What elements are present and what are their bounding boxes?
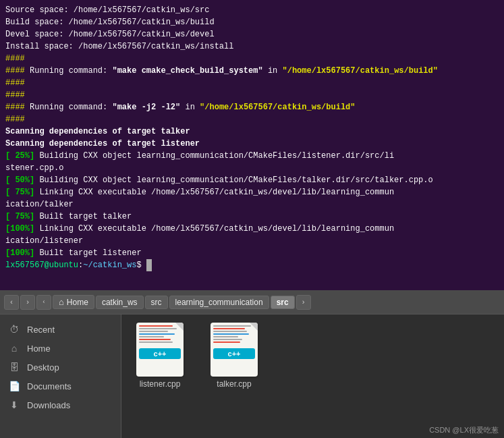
- terminal-line: #### Running command: "make cmake_check_…: [5, 65, 499, 77]
- terminal-line: [100%] Built target listener: [5, 247, 499, 259]
- file-listener-name: listener.cpp: [140, 379, 181, 389]
- terminal-line: Source space: /home/lx567567/catkin_ws/s…: [5, 4, 499, 16]
- breadcrumb-home-label: Home: [67, 298, 88, 307]
- terminal-line: Scanning dependencies of target listener: [5, 138, 499, 150]
- sidebar-item-recent[interactable]: ⏱ Recent: [0, 320, 121, 339]
- breadcrumb-catkin-ws-label: catkin_ws: [102, 298, 138, 307]
- terminal-line: [100%] Linking CXX executable /home/lx56…: [5, 223, 499, 247]
- file-listener[interactable]: c++ listener.cpp: [130, 323, 190, 389]
- terminal-line: ####: [5, 89, 499, 101]
- terminal: Source space: /home/lx567567/catkin_ws/s…: [0, 0, 504, 290]
- terminal-line: [ 75%] Linking CXX executable /home/lx56…: [5, 186, 499, 211]
- fm-toolbar: ‹ › ‹ ⌂ Home catkin_ws src learning_comm…: [0, 290, 504, 314]
- sidebar-item-documents[interactable]: 📄 Documents: [0, 377, 121, 395]
- sidebar-item-home[interactable]: ⌂ Home: [0, 339, 121, 358]
- breadcrumb-catkin-ws[interactable]: catkin_ws: [96, 296, 144, 309]
- breadcrumb-home[interactable]: ⌂ Home: [53, 295, 94, 309]
- sidebar-item-desktop[interactable]: 🗄 Desktop: [0, 358, 121, 377]
- terminal-line: [ 75%] Built target talker: [5, 211, 499, 223]
- breadcrumb-learning-comm-label: learning_communication: [175, 298, 263, 307]
- desktop-icon: 🗄: [8, 362, 20, 373]
- file-talker-icon: c++: [211, 323, 258, 377]
- breadcrumb-learning-comm[interactable]: learning_communication: [169, 296, 269, 309]
- sidebar-downloads-label: Downloads: [27, 400, 70, 410]
- terminal-line: Build space: /home/lx567567/catkin_ws/bu…: [5, 16, 499, 28]
- terminal-line: Scanning dependencies of target talker: [5, 126, 499, 138]
- fm-files-area: c++ listener.cpp: [121, 314, 504, 438]
- file-manager: ‹ › ‹ ⌂ Home catkin_ws src learning_comm…: [0, 290, 504, 438]
- up-button[interactable]: ‹: [36, 295, 51, 310]
- watermark: CSDN @LX很爱吃葱: [429, 425, 499, 435]
- fm-sidebar: ⏱ Recent ⌂ Home 🗄 Desktop 📄 Documents ⬇: [0, 314, 121, 438]
- sidebar-desktop-label: Desktop: [27, 362, 59, 373]
- back-button[interactable]: ‹: [4, 295, 19, 310]
- terminal-line: [ 50%] Building CXX object learning_comm…: [5, 174, 499, 186]
- breadcrumb-src[interactable]: src: [145, 296, 168, 309]
- breadcrumb-src-active[interactable]: src: [271, 296, 295, 309]
- file-talker[interactable]: c++ talker.cpp: [204, 323, 264, 389]
- more-button[interactable]: ›: [296, 295, 311, 310]
- home-sidebar-icon: ⌂: [8, 343, 20, 354]
- file-listener-icon: c++: [136, 323, 184, 377]
- terminal-line: [ 25%] Building CXX object learning_comm…: [5, 150, 499, 174]
- terminal-line: ####: [5, 77, 499, 89]
- file-listener-badge: c++: [139, 348, 181, 359]
- sidebar-item-downloads[interactable]: ⬇ Downloads: [0, 395, 121, 414]
- home-icon: ⌂: [59, 297, 64, 307]
- terminal-prompt: lx567567@ubuntu:~/catkin_ws$: [5, 259, 499, 271]
- terminal-line: Devel space: /home/lx567567/catkin_ws/de…: [5, 28, 499, 40]
- downloads-icon: ⬇: [8, 400, 20, 410]
- terminal-line: ####: [5, 113, 499, 126]
- sidebar-home-label: Home: [27, 344, 51, 354]
- recent-icon: ⏱: [8, 324, 20, 335]
- sidebar-recent-label: Recent: [27, 325, 55, 335]
- terminal-line: Install space: /home/lx567567/catkin_ws/…: [5, 40, 499, 53]
- fm-content: ⏱ Recent ⌂ Home 🗄 Desktop 📄 Documents ⬇: [0, 314, 504, 438]
- terminal-line: #### Running command: "make -j2 -l2" in …: [5, 101, 499, 113]
- file-talker-badge: c++: [213, 348, 255, 359]
- file-talker-name: talker.cpp: [217, 379, 251, 389]
- terminal-line: ####: [5, 53, 499, 65]
- sidebar-documents-label: Documents: [27, 381, 72, 391]
- breadcrumb-src-active-label: src: [277, 298, 289, 307]
- documents-icon: 📄: [8, 381, 20, 391]
- breadcrumb-src-label: src: [151, 298, 162, 307]
- forward-button[interactable]: ›: [20, 295, 35, 310]
